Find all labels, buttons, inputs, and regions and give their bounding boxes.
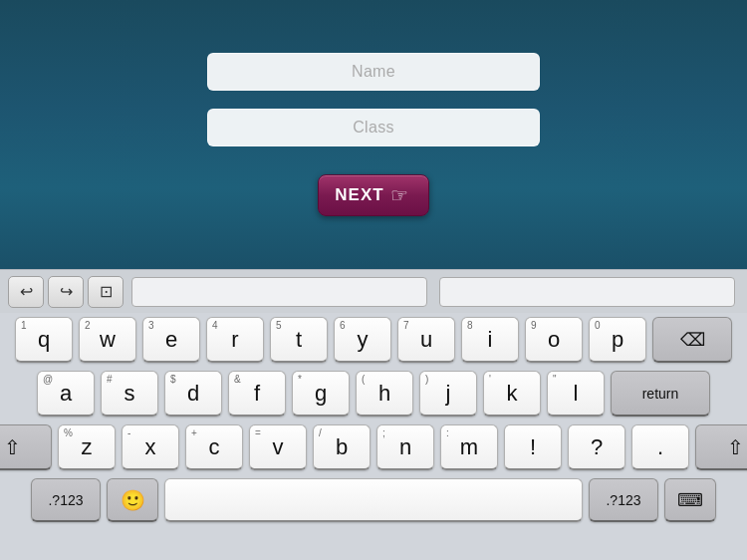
clipboard-icon: ⊡ <box>100 282 113 301</box>
keyboard-area: ↩ ↪ ⊡ 1q 2w 3e 4r 5t 6y 7u 8i 9o 0p ⌫ @a <box>0 269 747 560</box>
key-u[interactable]: 7u <box>397 317 455 363</box>
key-numsym-right[interactable]: .?123 <box>589 478 658 522</box>
key-r[interactable]: 4r <box>206 317 264 363</box>
key-w[interactable]: 2w <box>79 317 136 363</box>
key-emoji[interactable]: 🙂 <box>107 478 158 522</box>
key-p[interactable]: 0p <box>589 317 646 363</box>
key-s[interactable]: #s <box>101 371 158 417</box>
key-row-bottom: .?123 🙂 .?123 ⌨ <box>3 478 744 522</box>
key-q[interactable]: 1q <box>15 317 73 363</box>
class-placeholder: Class <box>353 119 394 137</box>
key-numsym-left[interactable]: .?123 <box>31 478 101 522</box>
key-m[interactable]: :m <box>440 424 498 470</box>
undo-icon: ↩ <box>20 282 33 301</box>
key-n[interactable]: ;n <box>376 424 434 470</box>
key-space[interactable] <box>164 478 583 522</box>
key-row-2: @a #s $d &f *g (h )j 'k "l return <box>3 371 744 417</box>
key-j[interactable]: )j <box>419 371 477 417</box>
key-keyboard[interactable]: ⌨ <box>664 478 716 522</box>
redo-icon: ↪ <box>60 282 73 301</box>
app-area: Name Class NEXT ☞ <box>0 0 747 269</box>
key-e[interactable]: 3e <box>142 317 200 363</box>
class-field[interactable]: Class <box>207 109 540 146</box>
key-g[interactable]: *g <box>292 371 350 417</box>
key-v[interactable]: =v <box>249 424 307 470</box>
key-question[interactable]: ? <box>568 424 625 470</box>
key-shift-right[interactable]: ⇧ <box>695 424 747 470</box>
key-return[interactable]: return <box>611 371 710 417</box>
key-row-1: 1q 2w 3e 4r 5t 6y 7u 8i 9o 0p ⌫ <box>3 317 744 363</box>
key-o[interactable]: 9o <box>525 317 583 363</box>
key-x[interactable]: -x <box>122 424 179 470</box>
key-i[interactable]: 8i <box>461 317 519 363</box>
key-d[interactable]: $d <box>164 371 222 417</box>
redo-button[interactable]: ↪ <box>48 276 84 308</box>
key-y[interactable]: 6y <box>334 317 391 363</box>
key-b[interactable]: /b <box>313 424 371 470</box>
next-button[interactable]: NEXT ☞ <box>318 174 428 216</box>
key-c[interactable]: +c <box>185 424 243 470</box>
key-shift-left[interactable]: ⇧ <box>0 424 52 470</box>
toolbar-text-field-2[interactable] <box>439 277 735 307</box>
key-k[interactable]: 'k <box>483 371 541 417</box>
key-t[interactable]: 5t <box>270 317 328 363</box>
toolbar-text-field-1[interactable] <box>131 277 427 307</box>
keyboard-toolbar: ↩ ↪ ⊡ <box>0 269 747 313</box>
key-row-3: ⇧ %z -x +c =v /b ;n :m ! ? . ⇧ <box>3 424 744 470</box>
clipboard-button[interactable]: ⊡ <box>88 276 124 308</box>
key-exclaim[interactable]: ! <box>504 424 562 470</box>
next-arrow-icon: ☞ <box>390 183 408 207</box>
key-a[interactable]: @a <box>37 371 95 417</box>
key-z[interactable]: %z <box>58 424 116 470</box>
undo-button[interactable]: ↩ <box>8 276 44 308</box>
name-field[interactable]: Name <box>207 53 540 91</box>
key-h[interactable]: (h <box>356 371 413 417</box>
key-backspace[interactable]: ⌫ <box>652 317 732 363</box>
key-f[interactable]: &f <box>228 371 286 417</box>
key-l[interactable]: "l <box>547 371 605 417</box>
name-placeholder: Name <box>352 63 395 81</box>
keyboard-keys: 1q 2w 3e 4r 5t 6y 7u 8i 9o 0p ⌫ @a #s $d… <box>0 313 747 524</box>
next-button-label: NEXT <box>335 185 383 205</box>
key-period[interactable]: . <box>631 424 689 470</box>
